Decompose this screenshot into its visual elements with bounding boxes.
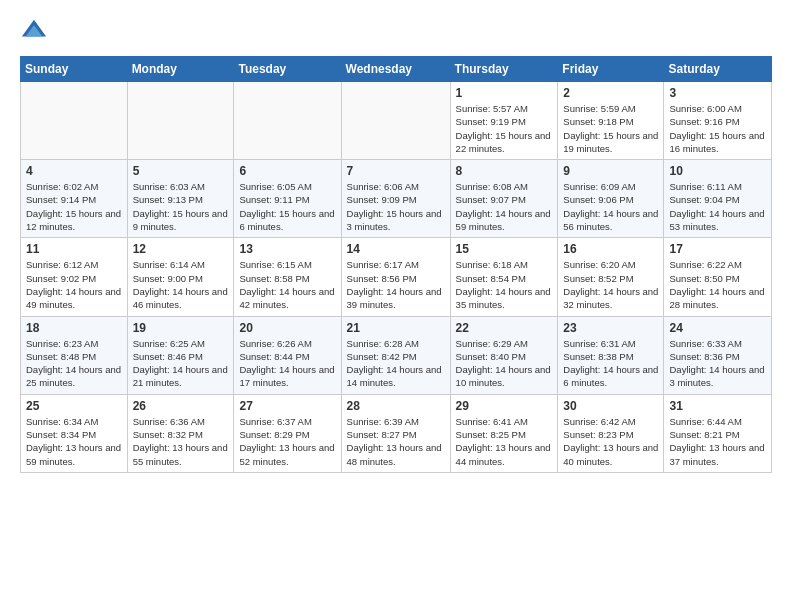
calendar-header-friday: Friday: [558, 57, 664, 82]
calendar-header-tuesday: Tuesday: [234, 57, 341, 82]
day-info: Sunrise: 5:57 AMSunset: 9:19 PMDaylight:…: [456, 102, 553, 155]
day-number: 27: [239, 399, 335, 413]
day-number: 7: [347, 164, 445, 178]
calendar-cell: 30Sunrise: 6:42 AMSunset: 8:23 PMDayligh…: [558, 394, 664, 472]
calendar-header-wednesday: Wednesday: [341, 57, 450, 82]
calendar-cell: 21Sunrise: 6:28 AMSunset: 8:42 PMDayligh…: [341, 316, 450, 394]
day-number: 18: [26, 321, 122, 335]
day-number: 2: [563, 86, 658, 100]
calendar-week-3: 11Sunrise: 6:12 AMSunset: 9:02 PMDayligh…: [21, 238, 772, 316]
calendar-cell: 20Sunrise: 6:26 AMSunset: 8:44 PMDayligh…: [234, 316, 341, 394]
day-info: Sunrise: 6:23 AMSunset: 8:48 PMDaylight:…: [26, 337, 122, 390]
day-info: Sunrise: 6:03 AMSunset: 9:13 PMDaylight:…: [133, 180, 229, 233]
calendar-cell: 8Sunrise: 6:08 AMSunset: 9:07 PMDaylight…: [450, 160, 558, 238]
day-number: 29: [456, 399, 553, 413]
calendar-header-saturday: Saturday: [664, 57, 772, 82]
day-info: Sunrise: 6:41 AMSunset: 8:25 PMDaylight:…: [456, 415, 553, 468]
day-info: Sunrise: 6:17 AMSunset: 8:56 PMDaylight:…: [347, 258, 445, 311]
header: [20, 16, 772, 44]
day-info: Sunrise: 6:36 AMSunset: 8:32 PMDaylight:…: [133, 415, 229, 468]
day-number: 4: [26, 164, 122, 178]
day-number: 13: [239, 242, 335, 256]
calendar-cell: 2Sunrise: 5:59 AMSunset: 9:18 PMDaylight…: [558, 82, 664, 160]
calendar-cell: 31Sunrise: 6:44 AMSunset: 8:21 PMDayligh…: [664, 394, 772, 472]
calendar-table: SundayMondayTuesdayWednesdayThursdayFrid…: [20, 56, 772, 473]
day-info: Sunrise: 6:18 AMSunset: 8:54 PMDaylight:…: [456, 258, 553, 311]
calendar-cell: 27Sunrise: 6:37 AMSunset: 8:29 PMDayligh…: [234, 394, 341, 472]
day-info: Sunrise: 6:02 AMSunset: 9:14 PMDaylight:…: [26, 180, 122, 233]
day-info: Sunrise: 6:37 AMSunset: 8:29 PMDaylight:…: [239, 415, 335, 468]
calendar-header-sunday: Sunday: [21, 57, 128, 82]
day-info: Sunrise: 6:26 AMSunset: 8:44 PMDaylight:…: [239, 337, 335, 390]
calendar-cell: 22Sunrise: 6:29 AMSunset: 8:40 PMDayligh…: [450, 316, 558, 394]
calendar-cell: 14Sunrise: 6:17 AMSunset: 8:56 PMDayligh…: [341, 238, 450, 316]
day-info: Sunrise: 6:22 AMSunset: 8:50 PMDaylight:…: [669, 258, 766, 311]
calendar-cell: 19Sunrise: 6:25 AMSunset: 8:46 PMDayligh…: [127, 316, 234, 394]
calendar-cell: 13Sunrise: 6:15 AMSunset: 8:58 PMDayligh…: [234, 238, 341, 316]
calendar-cell: 28Sunrise: 6:39 AMSunset: 8:27 PMDayligh…: [341, 394, 450, 472]
calendar-cell: [234, 82, 341, 160]
day-number: 28: [347, 399, 445, 413]
day-number: 14: [347, 242, 445, 256]
day-info: Sunrise: 6:29 AMSunset: 8:40 PMDaylight:…: [456, 337, 553, 390]
page: SundayMondayTuesdayWednesdayThursdayFrid…: [0, 0, 792, 489]
day-info: Sunrise: 6:08 AMSunset: 9:07 PMDaylight:…: [456, 180, 553, 233]
calendar-cell: [341, 82, 450, 160]
calendar-week-5: 25Sunrise: 6:34 AMSunset: 8:34 PMDayligh…: [21, 394, 772, 472]
day-info: Sunrise: 6:42 AMSunset: 8:23 PMDaylight:…: [563, 415, 658, 468]
day-info: Sunrise: 6:31 AMSunset: 8:38 PMDaylight:…: [563, 337, 658, 390]
calendar-cell: 11Sunrise: 6:12 AMSunset: 9:02 PMDayligh…: [21, 238, 128, 316]
day-number: 31: [669, 399, 766, 413]
day-info: Sunrise: 6:20 AMSunset: 8:52 PMDaylight:…: [563, 258, 658, 311]
day-number: 9: [563, 164, 658, 178]
calendar-cell: 15Sunrise: 6:18 AMSunset: 8:54 PMDayligh…: [450, 238, 558, 316]
day-number: 24: [669, 321, 766, 335]
day-number: 17: [669, 242, 766, 256]
day-info: Sunrise: 6:05 AMSunset: 9:11 PMDaylight:…: [239, 180, 335, 233]
calendar-cell: [21, 82, 128, 160]
day-info: Sunrise: 6:34 AMSunset: 8:34 PMDaylight:…: [26, 415, 122, 468]
day-number: 10: [669, 164, 766, 178]
calendar-cell: 1Sunrise: 5:57 AMSunset: 9:19 PMDaylight…: [450, 82, 558, 160]
logo: [20, 16, 52, 44]
day-info: Sunrise: 6:14 AMSunset: 9:00 PMDaylight:…: [133, 258, 229, 311]
calendar-cell: 23Sunrise: 6:31 AMSunset: 8:38 PMDayligh…: [558, 316, 664, 394]
calendar-week-4: 18Sunrise: 6:23 AMSunset: 8:48 PMDayligh…: [21, 316, 772, 394]
day-number: 3: [669, 86, 766, 100]
day-info: Sunrise: 6:12 AMSunset: 9:02 PMDaylight:…: [26, 258, 122, 311]
day-info: Sunrise: 6:39 AMSunset: 8:27 PMDaylight:…: [347, 415, 445, 468]
day-number: 19: [133, 321, 229, 335]
day-number: 11: [26, 242, 122, 256]
day-info: Sunrise: 6:28 AMSunset: 8:42 PMDaylight:…: [347, 337, 445, 390]
day-info: Sunrise: 6:25 AMSunset: 8:46 PMDaylight:…: [133, 337, 229, 390]
day-number: 25: [26, 399, 122, 413]
logo-icon: [20, 16, 48, 44]
calendar-cell: 12Sunrise: 6:14 AMSunset: 9:00 PMDayligh…: [127, 238, 234, 316]
day-number: 22: [456, 321, 553, 335]
calendar-cell: 26Sunrise: 6:36 AMSunset: 8:32 PMDayligh…: [127, 394, 234, 472]
day-info: Sunrise: 6:11 AMSunset: 9:04 PMDaylight:…: [669, 180, 766, 233]
day-number: 8: [456, 164, 553, 178]
day-info: Sunrise: 6:00 AMSunset: 9:16 PMDaylight:…: [669, 102, 766, 155]
calendar-cell: 4Sunrise: 6:02 AMSunset: 9:14 PMDaylight…: [21, 160, 128, 238]
day-number: 20: [239, 321, 335, 335]
calendar-cell: 3Sunrise: 6:00 AMSunset: 9:16 PMDaylight…: [664, 82, 772, 160]
day-info: Sunrise: 5:59 AMSunset: 9:18 PMDaylight:…: [563, 102, 658, 155]
calendar-cell: 29Sunrise: 6:41 AMSunset: 8:25 PMDayligh…: [450, 394, 558, 472]
calendar-cell: 5Sunrise: 6:03 AMSunset: 9:13 PMDaylight…: [127, 160, 234, 238]
day-number: 6: [239, 164, 335, 178]
day-number: 23: [563, 321, 658, 335]
day-info: Sunrise: 6:44 AMSunset: 8:21 PMDaylight:…: [669, 415, 766, 468]
calendar-header-monday: Monday: [127, 57, 234, 82]
calendar-cell: [127, 82, 234, 160]
calendar-cell: 7Sunrise: 6:06 AMSunset: 9:09 PMDaylight…: [341, 160, 450, 238]
calendar-cell: 18Sunrise: 6:23 AMSunset: 8:48 PMDayligh…: [21, 316, 128, 394]
day-info: Sunrise: 6:33 AMSunset: 8:36 PMDaylight:…: [669, 337, 766, 390]
calendar-cell: 6Sunrise: 6:05 AMSunset: 9:11 PMDaylight…: [234, 160, 341, 238]
day-number: 12: [133, 242, 229, 256]
calendar-cell: 24Sunrise: 6:33 AMSunset: 8:36 PMDayligh…: [664, 316, 772, 394]
day-number: 16: [563, 242, 658, 256]
calendar-cell: 17Sunrise: 6:22 AMSunset: 8:50 PMDayligh…: [664, 238, 772, 316]
day-number: 21: [347, 321, 445, 335]
calendar-cell: 10Sunrise: 6:11 AMSunset: 9:04 PMDayligh…: [664, 160, 772, 238]
